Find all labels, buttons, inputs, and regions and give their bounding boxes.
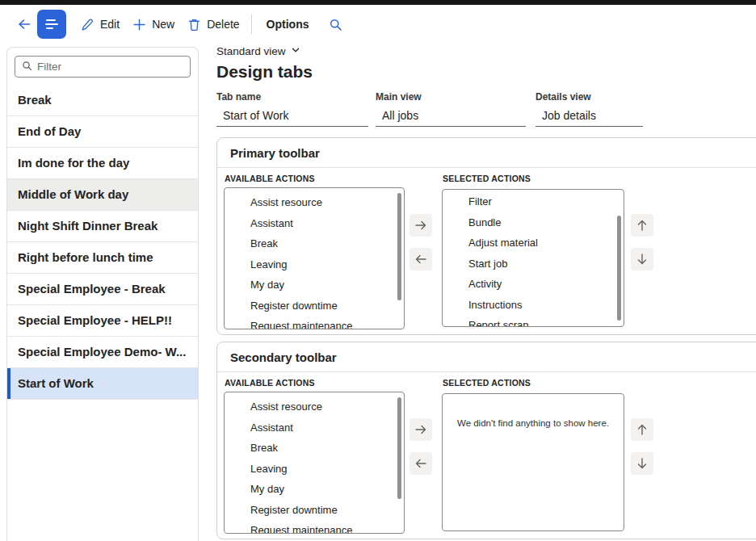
tab-list-item[interactable]: End of Day	[7, 116, 198, 148]
available-action-item[interactable]: Assistant	[225, 213, 404, 234]
details-view-input[interactable]	[536, 107, 643, 127]
available-action-item[interactable]: Assistant	[225, 417, 404, 438]
available-action-item[interactable]: Break	[225, 233, 404, 254]
primary-available-listbox: Assist resourceAssistantBreakLeavingMy d…	[224, 187, 405, 329]
pencil-icon	[81, 18, 94, 31]
secondary-available-listbox: Assist resourceAssistantBreakLeavingMy d…	[224, 392, 405, 534]
edit-button[interactable]: Edit	[74, 13, 126, 36]
new-label: New	[152, 18, 174, 31]
toolbar-divider	[251, 15, 252, 34]
chevron-down-icon	[291, 45, 300, 57]
secondary-toolbar-section: Secondary toolbar AVAILABLE ACTIONS SELE…	[216, 342, 756, 539]
available-action-item[interactable]: Register downtime	[225, 500, 404, 521]
move-left-button[interactable]	[410, 248, 432, 270]
available-action-item[interactable]: Leaving	[225, 459, 404, 480]
selected-action-item[interactable]: Adjust material	[443, 233, 624, 254]
main-view-label: Main view	[376, 91, 526, 103]
navigation-menu-icon	[46, 19, 56, 21]
selected-action-item[interactable]: Bundle	[443, 212, 624, 233]
main-content: Standard view Design tabs Tab name Main …	[216, 45, 756, 541]
available-actions-label: AVAILABLE ACTIONS	[225, 378, 315, 388]
tabs-list-panel: BreakEnd of DayIm done for the dayMiddle…	[6, 47, 199, 541]
tab-name-input[interactable]	[216, 107, 368, 127]
plus-icon	[132, 18, 146, 31]
selected-action-item[interactable]: Activity	[443, 274, 624, 295]
scrollbar-thumb[interactable]	[397, 193, 401, 300]
tab-list: BreakEnd of DayIm done for the dayMiddle…	[7, 85, 198, 400]
tab-list-item[interactable]: Break	[7, 85, 198, 116]
navigation-menu-button[interactable]	[37, 10, 66, 39]
view-selector[interactable]: Standard view	[216, 45, 300, 57]
tab-list-item[interactable]: Special Employee - Break	[7, 274, 198, 305]
move-right-button[interactable]	[410, 214, 432, 237]
navigation-menu-icon	[45, 23, 58, 25]
available-action-item[interactable]: My day	[225, 275, 404, 296]
main-view-field: Main view	[376, 91, 526, 127]
available-action-item[interactable]: Request maintenance	[225, 316, 404, 329]
arrow-right-icon	[414, 422, 428, 437]
tab-list-item[interactable]: Start of Work	[7, 368, 198, 400]
page-title: Design tabs	[216, 62, 313, 82]
selected-action-item[interactable]: Filter	[443, 191, 624, 212]
navigation-menu-icon	[46, 27, 53, 29]
primary-selected-listbox: FilterBundleAdjust materialStart jobActi…	[442, 189, 624, 327]
available-action-item[interactable]: Assist resource	[225, 396, 404, 417]
available-action-item[interactable]: Break	[225, 438, 404, 459]
tab-list-item[interactable]: Im done for the day	[7, 148, 198, 179]
search-button[interactable]	[324, 13, 347, 36]
available-action-item[interactable]: Leaving	[225, 254, 404, 275]
selected-action-item[interactable]: Start job	[443, 254, 624, 275]
move-down-button[interactable]	[631, 248, 653, 270]
tab-name-field: Tab name	[216, 91, 368, 127]
options-button[interactable]: Options	[260, 13, 316, 36]
move-down-button[interactable]	[631, 452, 653, 475]
arrow-right-icon	[414, 218, 428, 233]
arrow-up-icon	[635, 218, 649, 233]
options-label: Options	[267, 18, 309, 31]
scrollbar-thumb[interactable]	[617, 216, 621, 321]
scrollbar-thumb[interactable]	[397, 397, 401, 499]
view-selector-label: Standard view	[216, 45, 286, 57]
move-right-button[interactable]	[410, 418, 432, 441]
trash-icon	[187, 18, 201, 31]
available-action-item[interactable]: My day	[225, 479, 404, 500]
move-left-button[interactable]	[410, 452, 432, 475]
arrow-up-icon	[635, 422, 649, 437]
filter-field	[15, 56, 191, 78]
primary-toolbar-title: Primary toolbar	[217, 138, 756, 168]
move-up-button[interactable]	[631, 418, 653, 441]
main-view-input[interactable]	[376, 107, 526, 127]
details-view-field: Details view	[536, 91, 643, 127]
delete-label: Delete	[207, 18, 239, 31]
arrow-down-icon	[635, 456, 649, 471]
back-button[interactable]	[13, 11, 36, 37]
command-bar: Edit New Delete Options	[0, 5, 756, 44]
details-view-label: Details view	[536, 91, 643, 103]
secondary-toolbar-title: Secondary toolbar	[217, 342, 756, 372]
available-action-item[interactable]: Request maintenance	[225, 520, 404, 534]
available-actions-label: AVAILABLE ACTIONS	[225, 174, 315, 183]
tab-list-item[interactable]: Right before lunch time	[7, 242, 198, 274]
move-up-button[interactable]	[631, 214, 653, 237]
selected-actions-label: SELECTED ACTIONS	[443, 174, 531, 183]
tab-list-item[interactable]: Special Employee Demo- W...	[7, 337, 198, 368]
search-icon	[329, 18, 342, 31]
selected-action-item[interactable]: Report scrap	[443, 315, 624, 327]
selected-action-item[interactable]: Instructions	[443, 295, 624, 316]
new-button[interactable]: New	[126, 13, 181, 36]
back-arrow-icon	[16, 16, 32, 32]
available-action-item[interactable]: Assist resource	[225, 192, 404, 213]
delete-button[interactable]: Delete	[181, 13, 246, 36]
available-action-item[interactable]: Register downtime	[225, 296, 404, 317]
filter-input[interactable]	[37, 61, 183, 73]
tab-list-item[interactable]: Special Employee - HELP!!	[7, 305, 198, 337]
arrow-left-icon	[414, 456, 428, 471]
secondary-selected-listbox: We didn't find anything to show here.	[442, 393, 624, 531]
primary-toolbar-section: Primary toolbar AVAILABLE ACTIONS SELECT…	[216, 137, 756, 335]
tab-list-item[interactable]: Middle of Work day	[7, 179, 198, 211]
arrow-left-icon	[414, 252, 428, 266]
tab-list-item[interactable]: Night Shift Dinner Break	[7, 211, 198, 242]
empty-state-message: We didn't find anything to show here.	[443, 418, 624, 428]
edit-label: Edit	[100, 18, 120, 31]
arrow-down-icon	[635, 252, 649, 266]
